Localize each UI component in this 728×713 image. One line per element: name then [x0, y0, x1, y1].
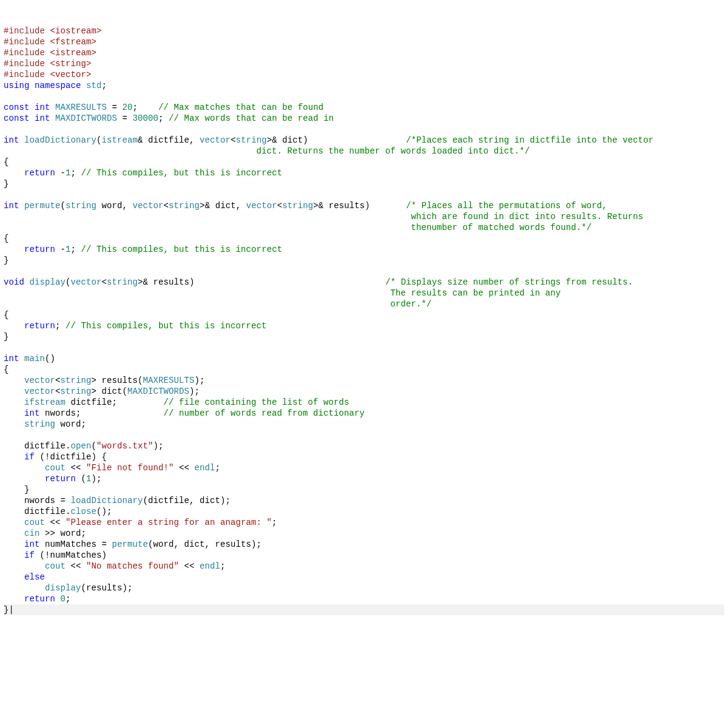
token-type: string — [236, 135, 267, 145]
token-op — [4, 408, 24, 418]
token-op: < — [277, 201, 283, 211]
token-op — [4, 518, 24, 527]
token-id: loadDictionary — [71, 496, 143, 505]
token-id: MAXRESULTS — [143, 376, 195, 385]
token-op: >> word; — [40, 529, 87, 538]
code-line — [4, 189, 724, 200]
code-line: dictfile.close(); — [4, 506, 724, 517]
token-op — [4, 550, 24, 560]
token-inc: <istream> — [50, 48, 97, 58]
token-num: 0 — [61, 594, 66, 604]
token-op: } — [4, 179, 9, 189]
code-line: The results can be printed in any — [4, 288, 724, 299]
token-op: ); — [92, 474, 102, 484]
code-line: { — [4, 364, 724, 375]
token-op: & dictfile, — [138, 135, 200, 145]
code-line: int loadDictionary(istream& dictfile, ve… — [4, 135, 724, 146]
token-str: "No matches found" — [86, 561, 179, 571]
token-op: < — [231, 135, 236, 145]
code-line — [4, 91, 724, 102]
token-com: // file containing the list of words — [164, 397, 349, 407]
token-op: < — [164, 201, 169, 211]
token-op — [4, 288, 391, 298]
token-op: << — [174, 463, 195, 473]
token-id: main — [24, 354, 45, 363]
token-id: display — [30, 277, 66, 287]
token-op — [4, 168, 24, 178]
token-kw: namespace — [35, 81, 86, 90]
token-id: display — [45, 583, 81, 593]
token-num: 1 — [86, 474, 92, 484]
token-type: vector — [71, 277, 102, 287]
token-op: ; — [71, 245, 81, 254]
token-op: < — [55, 376, 61, 385]
code-line: return 0; — [4, 593, 724, 604]
token-op: ; — [102, 81, 107, 90]
code-line: cout << "File not found!" << endl; — [4, 462, 724, 473]
token-op — [4, 397, 24, 407]
token-com: // This compiles, but this is incorrect — [66, 321, 267, 331]
token-kw: return — [24, 594, 61, 604]
token-type: string — [61, 376, 92, 385]
token-id: permute — [24, 201, 61, 211]
token-pp: #include — [4, 48, 50, 58]
token-com: /*Places each string in dictfile into th… — [406, 135, 653, 145]
token-op: }| — [4, 605, 14, 615]
token-op — [4, 594, 24, 604]
code-line: return; // This compiles, but this is in… — [4, 320, 724, 331]
token-type: vector — [24, 387, 55, 396]
token-op: ( — [61, 201, 66, 211]
token-com: /* Places all the permutations of word, — [406, 201, 607, 211]
token-kw: const — [4, 113, 35, 123]
token-str: "File not found!" — [86, 463, 174, 473]
code-line: else — [4, 572, 724, 583]
token-id: MAXRESULTS — [55, 103, 107, 112]
code-line: #include <iostream> — [4, 25, 724, 36]
token-op — [4, 583, 45, 593]
code-line: ifstream dictfile; // file containing th… — [4, 397, 724, 408]
token-type: string — [24, 419, 55, 429]
token-op: - — [61, 245, 66, 254]
token-kw: else — [24, 572, 45, 582]
token-kw: int — [24, 539, 45, 549]
token-id: loadDictionary — [24, 135, 96, 145]
token-type: string — [66, 201, 96, 211]
token-op: { — [4, 310, 9, 320]
token-type: string — [282, 201, 313, 211]
token-kw: return — [24, 321, 55, 331]
token-type: string — [169, 201, 200, 211]
token-kw: if — [24, 550, 35, 560]
token-com: // Max matches that can be found — [158, 103, 323, 112]
token-type: vector — [246, 201, 277, 211]
token-id: permute — [112, 539, 149, 549]
code-line: const int MAXDICTWORDS = 30000; // Max w… — [4, 113, 724, 124]
token-op — [4, 321, 24, 331]
token-op — [4, 463, 45, 473]
token-op: ; — [220, 561, 226, 571]
token-num: 20 — [123, 103, 133, 112]
token-kw: return — [24, 245, 61, 254]
code-line: display(results); — [4, 583, 724, 593]
token-op: } — [4, 332, 9, 342]
token-kw: int — [35, 103, 55, 112]
token-op: << — [66, 561, 86, 571]
token-id: cout — [45, 561, 66, 571]
code-line: const int MAXRESULTS = 20; // Max matche… — [4, 102, 724, 113]
token-pp: #include — [4, 26, 50, 36]
token-op: > results( — [92, 376, 143, 385]
token-type: vector — [200, 135, 231, 145]
code-line — [4, 342, 724, 353]
token-op: >& dict) — [267, 135, 406, 145]
code-line: return (1); — [4, 473, 724, 484]
token-op: << — [66, 463, 86, 473]
token-op: < — [55, 387, 61, 396]
code-line: #include <string> — [4, 58, 724, 69]
code-line: dict. Returns the number of words loaded… — [4, 146, 724, 157]
code-line: order.*/ — [4, 299, 724, 309]
code-line: } — [4, 255, 724, 266]
token-com: The results can be printed in any — [391, 288, 561, 298]
token-op: ); — [153, 441, 164, 451]
code-line: return -1; // This compiles, but this is… — [4, 167, 724, 178]
token-inc: <vector> — [50, 70, 92, 79]
token-pp: #include — [4, 37, 50, 47]
